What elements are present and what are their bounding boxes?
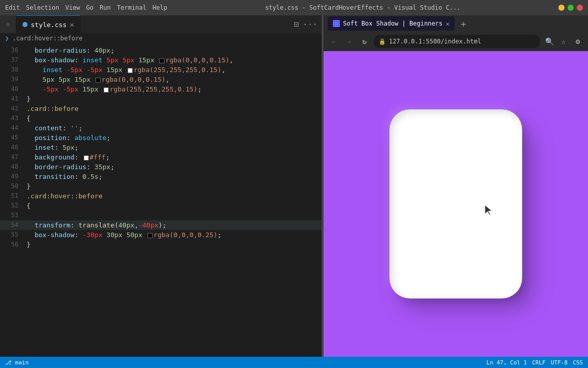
browser-tab-active[interactable]: 🌐 Soft Box Shadow | Beginners ✕ — [328, 16, 455, 31]
code-line: 55 box-shadow: -30px 30px 50px rgba(0,0,… — [0, 230, 322, 240]
status-bar-right: Ln 47, Col 1 CRLF UTF-8 CSS — [486, 359, 583, 366]
maximize-button[interactable] — [568, 5, 574, 11]
menu-selection[interactable]: Selection — [26, 4, 59, 11]
browser-nav-bar: ← → ↻ 🔒 127.0.0.1:5500/index.html 🔍 ☆ ⚙ — [324, 32, 588, 51]
code-line: 41 } — [0, 94, 322, 104]
back-button[interactable]: ← — [328, 35, 340, 48]
code-line: 52 { — [0, 201, 322, 211]
tab-close-button[interactable]: ✕ — [70, 21, 74, 28]
tab-welcome[interactable]: ⊙ — [0, 15, 16, 33]
code-line: 47 background: #fff; — [0, 152, 322, 162]
code-line: 45 position: absolute; — [0, 133, 322, 143]
code-line: 46 inset: 5px; — [0, 143, 322, 152]
browser-tab-title: Soft Box Shadow | Beginners — [343, 20, 443, 27]
browser-favicon: 🌐 — [333, 20, 340, 27]
code-line: 49 transition: 0.5s; — [0, 172, 322, 181]
code-line: 39 5px 5px 15px rgba(0,0,0,0.15), — [0, 75, 322, 84]
forward-button[interactable]: → — [343, 35, 355, 48]
language-mode: CSS — [573, 359, 583, 366]
status-bar: ⎇ main Ln 47, Col 1 CRLF UTF-8 CSS — [0, 357, 588, 368]
breadcrumb-bar: ❯ .card:hover::before — [0, 33, 322, 43]
tab-welcome-label: ⊙ — [6, 21, 10, 28]
encoding: UTF-8 — [551, 359, 568, 366]
code-line: 36 border-radius: 40px; — [0, 45, 322, 55]
menu-terminal[interactable]: Terminal — [117, 4, 146, 11]
code-line: 44 content: ''; — [0, 123, 322, 133]
minimize-button[interactable] — [558, 5, 565, 11]
git-branch: ⎇ main — [5, 359, 29, 366]
css-file-icon — [22, 22, 28, 27]
menu-go[interactable]: Go — [86, 4, 93, 11]
search-icon[interactable]: 🔍 — [543, 35, 555, 48]
editor-tabs-extra: ⊡ ··· — [293, 19, 322, 29]
browser-panel: 🌐 Soft Box Shadow | Beginners ✕ + ← → ↻ … — [324, 15, 588, 357]
breadcrumb-file-icon: ❯ — [5, 35, 12, 42]
code-line: 37 box-shadow: inset 5px 5px 15px rgba(0… — [0, 55, 322, 65]
code-line: 56 } — [0, 240, 322, 249]
browser-tab-bar: 🌐 Soft Box Shadow | Beginners ✕ + — [324, 15, 588, 32]
code-line: 48 border-radius: 35px; — [0, 162, 322, 172]
code-line-highlighted: 54 transform: translate(40px,-40px); — [0, 220, 322, 230]
bookmark-icon[interactable]: ☆ — [557, 35, 570, 48]
menu-bar: Edit Selection View Go Run Terminal Help — [5, 4, 167, 11]
code-line: 43 { — [0, 113, 322, 123]
close-button[interactable] — [577, 5, 583, 11]
cursor-position: Ln 47, Col 1 — [486, 359, 527, 366]
code-line: 42 .card::before — [0, 104, 322, 113]
lock-icon: 🔒 — [379, 38, 386, 45]
browser-chrome: 🌐 Soft Box Shadow | Beginners ✕ + ← → ↻ … — [324, 15, 588, 51]
tab-label: style.css — [31, 21, 66, 29]
browser-tab-close-button[interactable]: ✕ — [446, 20, 450, 28]
split-editor-icon[interactable]: ⊡ — [293, 19, 299, 29]
menu-edit[interactable]: Edit — [5, 4, 20, 11]
editor-panel: ⊙ style.css ✕ ⊡ ··· ❯ .card:hover::befor… — [0, 15, 322, 357]
main-area: ⊙ style.css ✕ ⊡ ··· ❯ .card:hover::befor… — [0, 15, 588, 357]
card-element — [389, 109, 522, 298]
code-line: 53 — [0, 211, 322, 220]
window-title: style.css - SoftCardHoverEffects - Visua… — [172, 4, 554, 11]
url-text: 127.0.0.1:5500/index.html — [389, 38, 481, 45]
menu-view[interactable]: View — [65, 4, 80, 11]
code-editor[interactable]: 36 border-radius: 40px; 37 box-shadow: i… — [0, 43, 322, 357]
breadcrumb: .card:hover::before — [12, 35, 82, 42]
tab-style-css[interactable]: style.css ✕ — [16, 15, 81, 33]
menu-help[interactable]: Help — [153, 4, 167, 11]
refresh-button[interactable]: ↻ — [358, 35, 371, 48]
browser-nav-extra: 🔍 ☆ ⚙ — [543, 35, 584, 48]
editor-tab-bar: ⊙ style.css ✕ ⊡ ··· — [0, 15, 322, 33]
code-line: 38 inset -5px -5px 15px rgba(255,255,255… — [0, 65, 322, 75]
title-bar: Edit Selection View Go Run Terminal Help… — [0, 0, 588, 15]
card-demo — [389, 109, 522, 298]
code-line: 50 } — [0, 181, 322, 191]
line-ending: CRLF — [532, 359, 546, 366]
extensions-icon[interactable]: ⚙ — [572, 35, 584, 48]
url-bar[interactable]: 🔒 127.0.0.1:5500/index.html — [374, 35, 540, 48]
code-line: 40 -5px -5px 15px rgba(255,255,255,0.15)… — [0, 84, 322, 94]
window-controls[interactable] — [558, 5, 583, 11]
browser-content — [324, 51, 588, 357]
more-actions-icon[interactable]: ··· — [303, 19, 317, 29]
menu-run[interactable]: Run — [100, 4, 111, 11]
new-tab-button[interactable]: + — [457, 17, 470, 30]
code-line: 51 .card:hover::before — [0, 191, 322, 201]
